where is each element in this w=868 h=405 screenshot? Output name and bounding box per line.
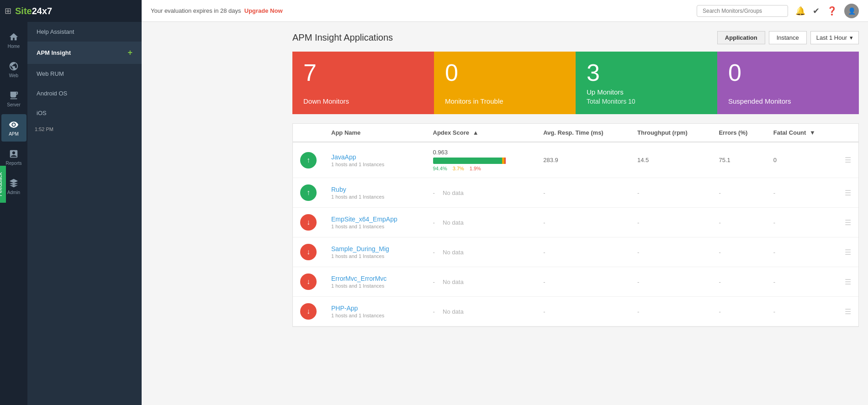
th-throughput[interactable]: Throughput (rpm) bbox=[630, 124, 711, 142]
cell-row-menu[interactable]: ☰ bbox=[837, 297, 858, 326]
errors-value: - bbox=[719, 189, 720, 196]
card-down-monitors[interactable]: 7 Down Monitors bbox=[292, 52, 434, 114]
total-monitors-label: Total Monitors 10 bbox=[587, 98, 706, 105]
no-data-label: No data bbox=[439, 308, 464, 315]
th-status bbox=[293, 124, 324, 142]
sort-icon: ▲ bbox=[473, 129, 479, 136]
app-name-link[interactable]: Sample_During_Mig bbox=[331, 245, 389, 252]
down-monitors-count: 7 bbox=[303, 61, 423, 84]
feedback-tab[interactable]: Feedback bbox=[0, 166, 6, 203]
row-menu-icon[interactable]: ☰ bbox=[845, 248, 851, 256]
fatal-value: - bbox=[773, 308, 775, 315]
suspended-monitors-count: 0 bbox=[728, 61, 848, 84]
menu-item-help[interactable]: Help Assistant bbox=[27, 22, 142, 42]
th-errors[interactable]: Errors (%) bbox=[711, 124, 766, 142]
apdex-satisfied-bar bbox=[433, 158, 502, 164]
cell-avg-resp: 283.9 bbox=[536, 142, 630, 178]
page-title: APM Insight Applications bbox=[292, 32, 393, 43]
row-menu-icon[interactable]: ☰ bbox=[845, 278, 851, 286]
eval-text: Your evaluation expires in 28 days bbox=[151, 7, 241, 14]
menu-item-android[interactable]: Android OS bbox=[27, 84, 142, 103]
status-icon: ↓ bbox=[300, 244, 317, 260]
th-avg-resp[interactable]: Avg. Resp. Time (ms) bbox=[536, 124, 630, 142]
cell-avg-resp: - bbox=[536, 208, 630, 237]
sidebar-item-home[interactable]: Home bbox=[1, 26, 26, 54]
cell-app-name[interactable]: EmpSite_x64_EmpApp1 hosts and 1 Instance… bbox=[324, 208, 426, 237]
cell-errors: - bbox=[711, 237, 766, 267]
apps-table: App Name Apdex Score ▲ Avg. Resp. Time (… bbox=[293, 124, 858, 326]
logo-text: Site24x7 bbox=[15, 6, 52, 16]
sidebar-item-apm[interactable]: APM bbox=[1, 114, 26, 142]
cell-row-menu[interactable]: ☰ bbox=[837, 237, 858, 267]
nav-label-reports: Reports bbox=[5, 161, 21, 166]
checkmark-icon[interactable]: ✔ bbox=[813, 6, 820, 16]
apdex-score: - bbox=[433, 308, 435, 315]
table-row: ↑JavaApp1 hosts and 1 Instances 0.963 94… bbox=[293, 142, 858, 178]
app-hosts: 1 hosts and 1 Instances bbox=[331, 162, 418, 167]
card-trouble-monitors[interactable]: 0 Monitors in Trouble bbox=[434, 52, 576, 114]
app-name-link[interactable]: ErrorMvc_ErrorMvc bbox=[331, 275, 386, 282]
view-application-button[interactable]: Application bbox=[717, 31, 765, 44]
avg-resp-value: - bbox=[543, 308, 545, 315]
cell-fatal: - bbox=[766, 208, 837, 237]
app-name-link[interactable]: EmpSite_x64_EmpApp bbox=[331, 216, 397, 223]
fatal-value: 0 bbox=[773, 157, 777, 163]
cell-row-menu[interactable]: ☰ bbox=[837, 142, 858, 178]
app-name-link[interactable]: PHP-App bbox=[331, 305, 358, 312]
cell-row-menu[interactable]: ☰ bbox=[837, 178, 858, 208]
cell-avg-resp: - bbox=[536, 297, 630, 326]
down-monitors-label: Down Monitors bbox=[303, 97, 423, 105]
avatar[interactable]: 👤 bbox=[844, 4, 859, 18]
row-menu-icon[interactable]: ☰ bbox=[845, 189, 851, 197]
nav-label-admin: Admin bbox=[7, 190, 20, 195]
apdex-score: - bbox=[433, 219, 435, 226]
cell-app-name[interactable]: JavaApp1 hosts and 1 Instances bbox=[324, 142, 426, 178]
menu-item-ios[interactable]: iOS bbox=[27, 103, 142, 123]
topbar-eval: Your evaluation expires in 28 days Upgra… bbox=[151, 7, 283, 14]
search-input[interactable] bbox=[697, 5, 788, 17]
th-apdex[interactable]: Apdex Score ▲ bbox=[426, 124, 536, 142]
cell-status: ↑ bbox=[293, 178, 324, 208]
cell-app-name[interactable]: Sample_During_Mig1 hosts and 1 Instances bbox=[324, 237, 426, 267]
monitor-cards: 7 Down Monitors 0 Monitors in Trouble 3 … bbox=[292, 52, 859, 114]
apdex-score: 0.963 bbox=[433, 149, 529, 156]
table-header: App Name Apdex Score ▲ Avg. Resp. Time (… bbox=[293, 124, 858, 142]
app-name-link[interactable]: Ruby bbox=[331, 186, 346, 193]
row-menu-icon[interactable]: ☰ bbox=[845, 156, 851, 164]
add-icon[interactable]: + bbox=[127, 48, 132, 58]
no-data-label: No data bbox=[439, 279, 464, 285]
cell-row-menu[interactable]: ☰ bbox=[837, 267, 858, 297]
row-menu-icon[interactable]: ☰ bbox=[845, 308, 851, 316]
apdex-frustrated-label: 1.9% bbox=[470, 166, 481, 171]
time-range-dropdown[interactable]: Last 1 Hour ▾ bbox=[810, 31, 859, 44]
up-monitors-count: 3 bbox=[587, 61, 706, 84]
topbar: Your evaluation expires in 28 days Upgra… bbox=[142, 0, 868, 22]
menu-item-apm-insight[interactable]: APM Insight + bbox=[27, 42, 142, 64]
sidebar-item-web[interactable]: Web bbox=[1, 56, 26, 83]
card-up-monitors[interactable]: 3 Up Monitors Total Monitors 10 bbox=[576, 52, 717, 114]
row-menu-icon[interactable]: ☰ bbox=[845, 219, 851, 226]
card-suspended-monitors[interactable]: 0 Suspended Monitors bbox=[717, 52, 859, 114]
menu-item-web-rum[interactable]: Web RUM bbox=[27, 64, 142, 84]
trouble-monitors-count: 0 bbox=[445, 61, 565, 84]
menu-label-help: Help Assistant bbox=[37, 28, 74, 35]
status-icon: ↑ bbox=[300, 152, 317, 168]
cell-throughput: - bbox=[630, 267, 711, 297]
table-row: ↑Ruby1 hosts and 1 Instances - No data -… bbox=[293, 178, 858, 208]
th-fatal[interactable]: Fatal Count ▼ bbox=[766, 124, 837, 142]
app-name-link[interactable]: JavaApp bbox=[331, 153, 356, 161]
cell-app-name[interactable]: ErrorMvc_ErrorMvc1 hosts and 1 Instances bbox=[324, 267, 426, 297]
bell-icon[interactable]: 🔔 bbox=[795, 6, 805, 16]
nav-label-apm: APM bbox=[9, 131, 19, 137]
th-app-name[interactable]: App Name bbox=[324, 124, 426, 142]
header-controls: Application Instance Last 1 Hour ▾ bbox=[717, 31, 859, 44]
app-hosts: 1 hosts and 1 Instances bbox=[331, 194, 418, 200]
cell-app-name[interactable]: PHP-App1 hosts and 1 Instances bbox=[324, 297, 426, 326]
view-instance-button[interactable]: Instance bbox=[769, 31, 807, 44]
sidebar-item-server[interactable]: Server bbox=[1, 85, 26, 112]
help-icon[interactable]: ❓ bbox=[827, 6, 837, 16]
upgrade-button[interactable]: Upgrade Now bbox=[244, 7, 283, 14]
cell-app-name[interactable]: Ruby1 hosts and 1 Instances bbox=[324, 178, 426, 208]
errors-value: - bbox=[719, 308, 720, 315]
cell-row-menu[interactable]: ☰ bbox=[837, 208, 858, 237]
